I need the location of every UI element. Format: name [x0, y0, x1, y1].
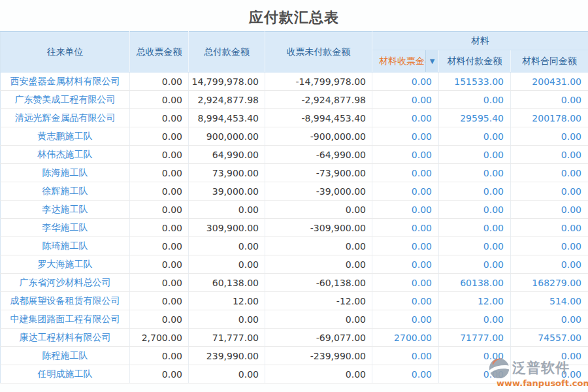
unit-link[interactable]: 康达工程材料有限公司	[1, 329, 130, 347]
material-contract-cell[interactable]: 0.00	[511, 182, 588, 201]
material-receipt-cell[interactable]: 0.00	[372, 182, 439, 201]
unit-link[interactable]: 李达施工队	[1, 201, 130, 219]
column-header-total-payment[interactable]: 总付款金额	[189, 32, 265, 73]
unit-link[interactable]: 陈海施工队	[1, 164, 130, 182]
unit-link[interactable]: 任明成施工队	[1, 365, 130, 384]
sort-dropdown-button[interactable]: ▼	[425, 50, 438, 72]
column-header-material-contract[interactable]: 材料合同金额	[511, 50, 588, 73]
material-payment-cell[interactable]: 0.00	[439, 237, 511, 255]
material-receipt-cell[interactable]: 0.00	[372, 201, 439, 219]
unit-link[interactable]: 陈琦施工队	[1, 237, 130, 255]
material-receipt-cell[interactable]: 0.00	[372, 146, 439, 164]
material-contract-cell[interactable]: 0.00	[511, 255, 588, 274]
column-header-material-receipt[interactable]: 材料收票金额 ▼	[372, 50, 439, 73]
material-contract-cell[interactable]: 74557.00	[511, 329, 588, 347]
total-receipt-cell: 0.00	[130, 73, 189, 91]
material-payment-cell[interactable]: 0.00	[439, 347, 511, 365]
material-contract-cell[interactable]: 0.00	[511, 237, 588, 255]
total-receipt-cell: 0.00	[130, 255, 189, 274]
column-header-material-payment[interactable]: 材料付款金额	[439, 50, 511, 73]
receipt-unpaid-cell: -73,900.00	[265, 164, 372, 182]
material-receipt-cell[interactable]: 0.00	[372, 310, 439, 329]
total-receipt-cell: 0.00	[130, 310, 189, 329]
table-row: 徐辉施工队0.0039,000.00-39,000.000.000.000.00	[1, 182, 588, 201]
unit-link[interactable]: 黄志鹏施工队	[1, 127, 130, 146]
table-row: 西安盛器金属材料有限公司0.0014,799,978.00-14,799,978…	[1, 73, 588, 91]
material-contract-cell[interactable]: 0.00	[511, 146, 588, 164]
material-payment-cell[interactable]: 29595.40	[439, 109, 511, 127]
material-payment-cell[interactable]: 0.00	[439, 91, 511, 109]
table-row: 中建集团路面工程有限公司0.000.000.000.000.000.00	[1, 310, 588, 329]
material-receipt-cell[interactable]: 0.00	[372, 274, 439, 292]
total-payment-cell: 239,990.00	[189, 347, 265, 365]
unit-link[interactable]: 西安盛器金属材料有限公司	[1, 73, 130, 91]
material-receipt-cell[interactable]: 2700.00	[372, 329, 439, 347]
column-header-total-receipt[interactable]: 总收票金额	[130, 32, 189, 73]
material-receipt-cell[interactable]: 0.00	[372, 164, 439, 182]
material-receipt-cell[interactable]: 0.00	[372, 73, 439, 91]
unit-link[interactable]: 中建集团路面工程有限公司	[1, 310, 130, 329]
material-payment-cell[interactable]: 0.00	[439, 182, 511, 201]
column-header-unit[interactable]: 往来单位	[1, 32, 130, 73]
material-contract-cell[interactable]: 514.00	[511, 292, 588, 310]
material-receipt-cell[interactable]: 0.00	[372, 219, 439, 237]
total-receipt-cell: 0.00	[130, 292, 189, 310]
receipt-unpaid-cell: -69,077.00	[265, 329, 372, 347]
column-header-receipt-unpaid[interactable]: 收票未付款金额	[265, 32, 372, 73]
material-receipt-cell[interactable]: 0.00	[372, 292, 439, 310]
material-payment-cell[interactable]: 0.00	[439, 365, 511, 384]
receipt-unpaid-cell: -309,900.00	[265, 219, 372, 237]
material-receipt-cell[interactable]: 0.00	[372, 91, 439, 109]
receipt-unpaid-cell: -239,990.00	[265, 347, 372, 365]
material-contract-cell[interactable]: 0.00	[511, 164, 588, 182]
unit-link[interactable]: 清远光辉金属品有限公司	[1, 109, 130, 127]
material-receipt-cell[interactable]: 0.00	[372, 255, 439, 274]
total-payment-cell: 0.00	[189, 201, 265, 219]
material-receipt-cell[interactable]: 0.00	[372, 365, 439, 384]
table-row: 广东赞美成工程有限公司0.002,924,877.98-2,924,877.98…	[1, 91, 588, 109]
unit-link[interactable]: 徐辉施工队	[1, 182, 130, 201]
material-payment-cell[interactable]: 60138.00	[439, 274, 511, 292]
unit-link[interactable]: 广东省河沙材料总公司	[1, 274, 130, 292]
unit-link[interactable]: 林伟杰施工队	[1, 146, 130, 164]
material-payment-cell[interactable]: 0.00	[439, 310, 511, 329]
total-receipt-cell: 0.00	[130, 237, 189, 255]
receipt-unpaid-cell: -14,799,978.00	[265, 73, 372, 91]
material-payment-cell[interactable]: 0.00	[439, 127, 511, 146]
material-payment-cell[interactable]: 0.00	[439, 146, 511, 164]
material-payment-cell[interactable]: 0.00	[439, 164, 511, 182]
receipt-unpaid-cell: -8,994,453.40	[265, 109, 372, 127]
total-payment-cell: 0.00	[189, 255, 265, 274]
material-contract-cell[interactable]: 0.00	[511, 201, 588, 219]
material-receipt-cell[interactable]: 0.00	[372, 347, 439, 365]
material-contract-cell[interactable]: 0.00	[511, 91, 588, 109]
unit-link[interactable]: 陈程施工队	[1, 347, 130, 365]
material-payment-cell[interactable]: 12.00	[439, 292, 511, 310]
total-receipt-cell: 0.00	[130, 146, 189, 164]
material-contract-cell[interactable]: 0.00	[511, 127, 588, 146]
unit-link[interactable]: 成都展望设备租赁有限公司	[1, 292, 130, 310]
material-receipt-cell[interactable]: 0.00	[372, 127, 439, 146]
material-receipt-cell[interactable]: 0.00	[372, 109, 439, 127]
unit-link[interactable]: 广东赞美成工程有限公司	[1, 91, 130, 109]
material-contract-cell[interactable]: 168279.00	[511, 274, 588, 292]
material-contract-cell[interactable]: 200431.00	[511, 73, 588, 91]
material-contract-cell[interactable]: 0.00	[511, 347, 588, 365]
material-receipt-cell[interactable]: 0.00	[372, 237, 439, 255]
unit-link[interactable]: 李华施工队	[1, 219, 130, 237]
material-payment-cell[interactable]: 151533.00	[439, 73, 511, 91]
table-row: 林伟杰施工队0.0064,990.00-64,990.000.000.000.0…	[1, 146, 588, 164]
material-payment-cell[interactable]: 0.00	[439, 219, 511, 237]
material-contract-cell[interactable]: 0.00	[511, 310, 588, 329]
material-contract-cell[interactable]: 0.00	[511, 219, 588, 237]
material-payment-cell[interactable]: 71777.00	[439, 329, 511, 347]
total-receipt-cell: 0.00	[130, 91, 189, 109]
material-payment-cell[interactable]: 0.00	[439, 201, 511, 219]
receipt-unpaid-cell: 0.00	[265, 255, 372, 274]
unit-link[interactable]: 罗大海施工队	[1, 255, 130, 274]
material-contract-cell[interactable]: 0.00	[511, 365, 588, 384]
table-row: 黄志鹏施工队0.00900,000.00-900,000.000.000.000…	[1, 127, 588, 146]
receipt-unpaid-cell: 0.00	[265, 201, 372, 219]
material-payment-cell[interactable]: 0.00	[439, 255, 511, 274]
material-contract-cell[interactable]: 200178.00	[511, 109, 588, 127]
